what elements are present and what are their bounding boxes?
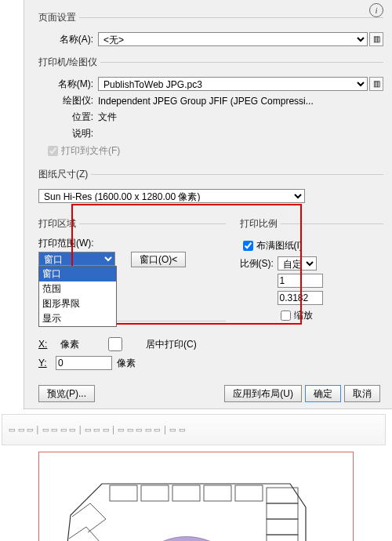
page-name-select[interactable]: <无>: [98, 32, 368, 46]
scale-lineweights-checkbox[interactable]: [281, 310, 291, 321]
ribbon-toolbar[interactable]: ▭ ▭ ▭ │ ▭ ▭ ▭ ▭ │ ▭ ▭ ▭ │ ▭ ▭ ▭ ▭ ▭ │ ▭ …: [2, 414, 386, 445]
paper-size-legend: 图纸尺寸(Z): [38, 168, 91, 181]
plotter-location-value: 文件: [98, 111, 383, 124]
svg-rect-0: [47, 460, 326, 541]
apply-to-layout-button[interactable]: 应用到布局(U): [224, 385, 302, 402]
plotter-name-select[interactable]: PublishToWeb JPG.pc3: [98, 77, 368, 91]
paper-size-group: 图纸尺寸(Z) Sun Hi-Res (1600.00 x 1280.00 像素…: [38, 168, 383, 208]
scale-ratio-label: 比例(S):: [240, 257, 278, 270]
preview-button[interactable]: 预览(P)...: [38, 385, 95, 402]
scale-unit1-input[interactable]: [278, 274, 323, 288]
print-to-file-label: 打印到文件(F): [61, 144, 120, 158]
plot-range-listbox[interactable]: 窗口 范围 图形界限 显示: [38, 266, 117, 327]
page-setup-legend: 页面设置: [38, 11, 79, 24]
plotter-legend: 打印机/绘图仪: [38, 56, 100, 69]
plot-preview-frame: [38, 452, 354, 541]
offset-x-label: X:: [38, 339, 56, 350]
plot-dialog: i 页面设置 名称(A): <无> ▥ 打印机/绘图仪 名称(M): Publi…: [24, 0, 392, 409]
offset-x-unit: 像素: [60, 338, 79, 351]
plot-range-option-limits[interactable]: 图形界限: [39, 296, 116, 311]
plotter-desc-label: 说明:: [38, 127, 98, 140]
plotter-name-label: 名称(M):: [38, 78, 98, 91]
offset-y-input[interactable]: [56, 356, 112, 370]
center-plot-checkbox[interactable]: [87, 337, 143, 351]
page-name-label: 名称(A):: [38, 33, 98, 46]
plot-scale-legend: 打印比例: [240, 217, 281, 231]
plot-scale-group: 打印比例 布满图纸(I) 比例(S): 自定义: [240, 217, 383, 328]
page-setup-group: 页面设置 名称(A): <无> ▥: [38, 11, 383, 51]
fit-to-paper-checkbox[interactable]: [243, 241, 253, 251]
plot-area-group: 打印区域 打印范围(W): 窗口 窗口 范围 图形界限 显示: [38, 217, 226, 269]
offset-y-unit: 像素: [117, 357, 136, 370]
plot-range-label: 打印范围(W):: [38, 237, 226, 250]
window-pick-button[interactable]: 窗口(O)<: [131, 252, 186, 267]
plotter-properties-button[interactable]: ▥: [369, 77, 383, 91]
plotter-device-value: Independent JPEG Group JFIF (JPEG Compre…: [98, 96, 383, 107]
scale-ratio-select[interactable]: 自定义: [278, 256, 317, 270]
scale-unit2-input[interactable]: [278, 291, 323, 305]
plotter-device-label: 绘图仪:: [38, 94, 98, 107]
plot-area-legend: 打印区域: [38, 217, 79, 231]
page-name-browse-button[interactable]: ▥: [369, 32, 383, 46]
plot-range-option-display[interactable]: 显示: [39, 311, 116, 326]
plot-range-option-window[interactable]: 窗口: [39, 267, 116, 281]
cancel-button[interactable]: 取消: [344, 385, 380, 402]
center-plot-label: 居中打印(C): [146, 338, 197, 351]
plotter-location-label: 位置:: [38, 111, 98, 124]
paper-size-select[interactable]: Sun Hi-Res (1600.00 x 1280.00 像素): [38, 189, 305, 203]
plot-range-select[interactable]: 窗口: [38, 252, 115, 266]
ok-button[interactable]: 确定: [305, 385, 341, 402]
scale-lineweights-label: 缩放: [294, 309, 313, 322]
floorplan-drawing: [47, 460, 326, 541]
fit-to-paper-label: 布满图纸(I): [256, 239, 303, 252]
plotter-group: 打印机/绘图仪 名称(M): PublishToWeb JPG.pc3 ▥ 绘图…: [38, 56, 383, 163]
offset-y-label: Y:: [38, 358, 56, 369]
info-icon[interactable]: i: [369, 3, 383, 17]
print-to-file-checkbox: [48, 146, 58, 156]
plot-range-option-extents[interactable]: 范围: [39, 281, 116, 296]
